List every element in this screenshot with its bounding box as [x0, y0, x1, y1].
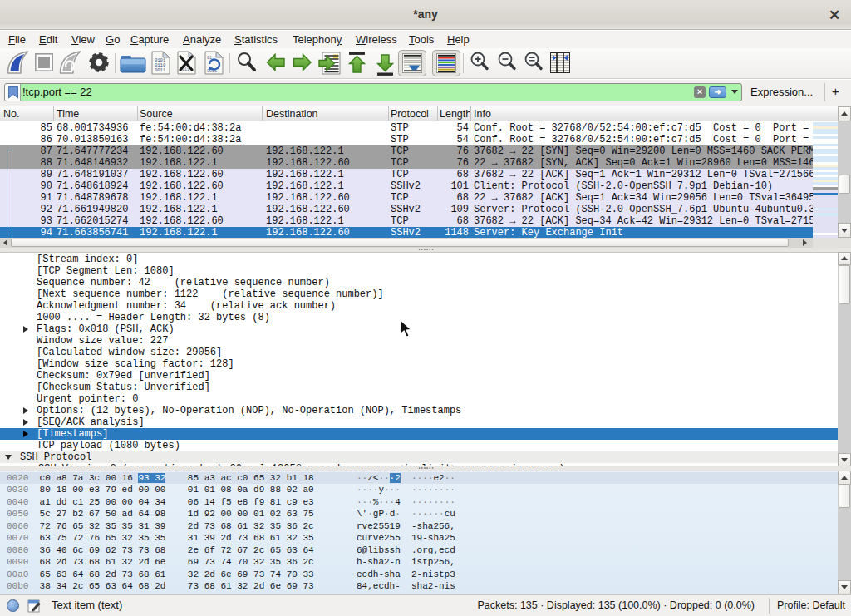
svg-text:0011: 0011: [155, 67, 166, 73]
